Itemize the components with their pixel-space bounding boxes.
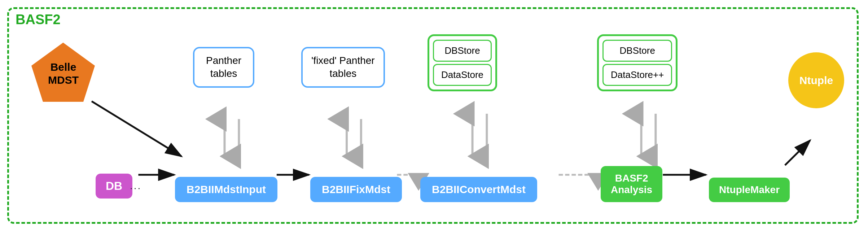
fixed-panther-tables-box: 'fixed' Panther tables bbox=[301, 47, 385, 88]
basf2-title: BASF2 bbox=[16, 12, 61, 27]
dbstore1-label: DBStore bbox=[433, 40, 492, 62]
b2biimdstinput-box: B2BIIMdstInput bbox=[175, 177, 277, 202]
dbstore2-label: DBStore bbox=[602, 40, 672, 62]
ntuplemaker-box: NtupleMaker bbox=[709, 178, 790, 202]
dbstore-datastorepp-box: DBStore DataStore++ bbox=[597, 34, 678, 91]
datastore1-label: DataStore bbox=[433, 64, 492, 86]
ntuple-circle: Ntuple bbox=[788, 52, 844, 108]
svg-line-4 bbox=[92, 101, 181, 156]
belle-mdst-label: Belle MDST bbox=[48, 60, 79, 86]
b2biiconvertmdst-box: B2BIIConvertMdst bbox=[420, 177, 537, 202]
main-diagram: BASF2 bbox=[7, 7, 859, 224]
b2biifixmdst-box: B2BIIFixMdst bbox=[310, 177, 402, 202]
dbstore-datastore-box: DBStore DataStore bbox=[428, 34, 497, 91]
db-box: DB bbox=[96, 174, 132, 199]
panther-tables-box: Panther tables bbox=[193, 47, 254, 88]
svg-line-10 bbox=[785, 140, 810, 165]
dots-separator: ··· bbox=[130, 182, 141, 194]
datastorepp-label: DataStore++ bbox=[602, 64, 672, 86]
belle-mdst-box: Belle MDST bbox=[30, 40, 97, 108]
basf2-analysis-box: BASF2 Analysis bbox=[601, 166, 662, 202]
